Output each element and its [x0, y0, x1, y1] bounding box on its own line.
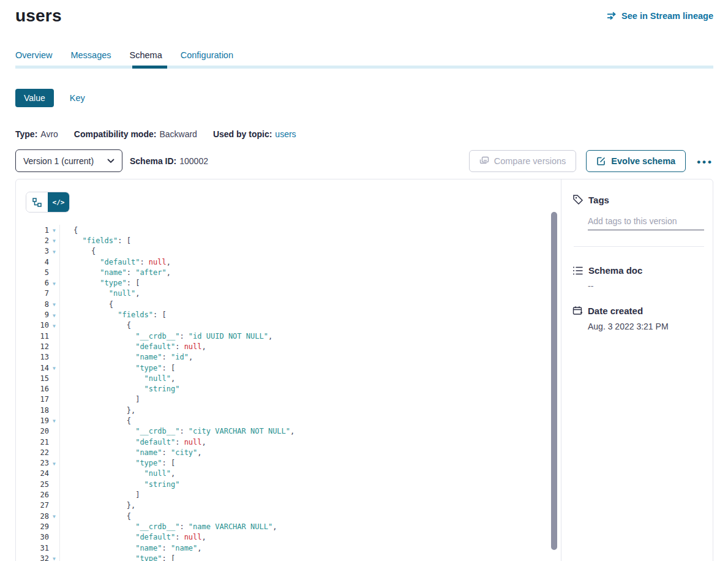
fold-toggle-icon[interactable]: ▼	[49, 301, 59, 307]
date-created-value: Aug. 3 2022 3:21 PM	[588, 322, 704, 331]
value-toggle-button[interactable]: Value	[15, 89, 54, 107]
fold-spacer	[49, 452, 59, 453]
fold-toggle-icon[interactable]: ▼	[49, 237, 59, 244]
line-number: 24	[26, 469, 49, 478]
code-line: 7 "null",	[26, 288, 561, 299]
schema-meta-row: Type:Avro Compatibility mode:Backward Us…	[15, 129, 713, 139]
code-view-button[interactable]: </>	[48, 192, 69, 212]
code-line: 3▼ {	[26, 246, 561, 257]
fold-toggle-icon[interactable]: ▼	[49, 227, 59, 233]
evolve-schema-button[interactable]: Evolve schema	[586, 150, 686, 172]
code-line: 6▼ "type": [	[26, 277, 561, 288]
fold-spacer	[49, 346, 59, 347]
used-by-topic-field: Used by topic:users	[213, 129, 296, 139]
fold-spacer	[49, 262, 59, 263]
code-line: 16 "string"	[26, 383, 561, 394]
code-line: 12 "default": null,	[26, 341, 561, 352]
line-number: 20	[26, 427, 49, 435]
fold-toggle-icon[interactable]: ▼	[49, 322, 59, 329]
line-number: 18	[26, 406, 49, 415]
fold-toggle-icon[interactable]: ▼	[49, 312, 59, 318]
code-line: 31 "name": "name",	[26, 543, 561, 553]
code-line: 29 "__crdb__": "name VARCHAR NULL",	[26, 521, 561, 532]
page-header: users See in Stream lineage	[15, 0, 713, 26]
add-tags-input[interactable]	[588, 215, 704, 230]
code-line: 18 },	[26, 405, 561, 415]
tag-icon	[572, 194, 584, 205]
schema-card: </> 1▼{2▼ "fields": [3▼ {4 "default": nu…	[15, 179, 713, 561]
code-editor[interactable]: 1▼{2▼ "fields": [3▼ {4 "default": null,5…	[26, 225, 561, 561]
line-number: 9	[26, 311, 49, 319]
tab-bar: Overview Messages Schema Configuration	[15, 50, 713, 69]
list-icon	[572, 266, 584, 276]
editor-scrollbar[interactable]	[551, 212, 557, 550]
fold-spacer	[49, 548, 59, 549]
fold-spacer	[49, 526, 59, 527]
version-toolbar: Version 1 (current) Schema ID:100002 Com…	[15, 149, 713, 172]
line-number: 32	[26, 554, 49, 561]
schema-doc-value: --	[588, 281, 704, 291]
fold-toggle-icon[interactable]: ▼	[49, 280, 59, 287]
fold-toggle-icon[interactable]: ▼	[49, 417, 59, 424]
tree-view-icon	[32, 198, 42, 207]
code-line: 32▼ "type": [	[26, 553, 561, 561]
code-line: 24 "null",	[26, 469, 561, 479]
fold-toggle-icon[interactable]: ▼	[49, 555, 59, 561]
code-view-icon: </>	[53, 198, 65, 206]
code-line: 11 "__crdb__": "id UUID NOT NULL",	[26, 331, 561, 341]
active-tab-indicator	[132, 66, 167, 69]
fold-toggle-icon[interactable]: ▼	[49, 364, 59, 371]
code-line: 1▼{	[26, 225, 561, 235]
fold-spacer	[49, 378, 59, 379]
code-line: 2▼ "fields": [	[26, 235, 561, 246]
code-text: "name": "name",	[59, 544, 202, 552]
fold-toggle-icon[interactable]: ▼	[49, 460, 59, 467]
code-line: 20 "__crdb__": "city VARCHAR NOT NULL",	[26, 426, 561, 437]
line-number: 14	[26, 364, 49, 372]
code-text: {	[59, 247, 96, 255]
sidebar-divider	[574, 246, 704, 247]
line-number: 27	[26, 501, 49, 510]
date-created-section: Date created Aug. 3 2022 3:21 PM	[572, 306, 704, 331]
code-text: ]	[59, 395, 140, 404]
line-number: 15	[26, 374, 49, 383]
line-number: 23	[26, 459, 49, 467]
tree-view-button[interactable]	[26, 192, 48, 212]
code-text: "__crdb__": "name VARCHAR NULL",	[59, 522, 277, 531]
tab-schema[interactable]: Schema	[130, 50, 162, 66]
see-in-stream-lineage-link[interactable]: See in Stream lineage	[607, 11, 713, 21]
tab-overview[interactable]: Overview	[15, 50, 52, 66]
code-text: "type": [	[59, 459, 175, 467]
code-text: "type": [	[59, 279, 140, 287]
code-text: "name": "city",	[59, 448, 202, 457]
schema-id-field: Schema ID:100002	[130, 156, 208, 166]
code-text: "name": "after",	[59, 268, 171, 277]
code-line: 25 "string"	[26, 479, 561, 489]
code-line: 9▼ "fields": [	[26, 309, 561, 320]
line-number: 3	[26, 247, 49, 255]
more-options-button[interactable]: •••	[696, 154, 713, 167]
code-text: "string"	[59, 480, 179, 489]
tab-configuration[interactable]: Configuration	[181, 50, 233, 66]
code-text: "null",	[59, 469, 175, 478]
compare-versions-button[interactable]: Compare versions	[469, 150, 577, 172]
fold-toggle-icon[interactable]: ▼	[49, 248, 59, 255]
code-line: 14▼ "type": [	[26, 363, 561, 373]
key-toggle-button[interactable]: Key	[70, 93, 85, 103]
code-text: "type": [	[59, 364, 175, 372]
topic-link[interactable]: users	[275, 129, 296, 139]
code-line: 28▼ {	[26, 511, 561, 521]
code-text: "null",	[59, 374, 175, 383]
line-number: 4	[26, 258, 49, 266]
line-number: 28	[26, 512, 49, 521]
line-number: 13	[26, 353, 49, 361]
code-text: {	[59, 300, 113, 309]
tab-messages[interactable]: Messages	[70, 50, 111, 66]
page-title: users	[15, 6, 62, 26]
fold-spacer	[49, 410, 59, 411]
version-select[interactable]: Version 1 (current)	[15, 149, 122, 172]
fold-toggle-icon[interactable]: ▼	[49, 513, 59, 519]
line-number: 31	[26, 544, 49, 552]
line-number: 1	[26, 226, 49, 235]
fold-spacer	[49, 399, 59, 400]
